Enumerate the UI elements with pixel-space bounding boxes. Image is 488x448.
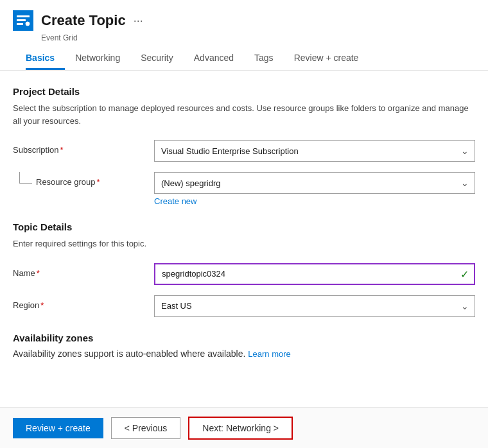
tab-basics[interactable]: Basics (26, 47, 65, 70)
region-label: Region* (13, 295, 154, 310)
subscription-row: Subscription* Visual Studio Enterprise S… (13, 140, 475, 162)
footer-bar: Review + create < Previous Next: Network… (0, 407, 488, 448)
tab-bar: Basics Networking Security Advanced Tags… (13, 47, 475, 70)
create-new-link[interactable]: Create new (154, 196, 196, 206)
svg-rect-0 (17, 15, 30, 17)
page-icon (13, 10, 33, 31)
resource-group-select[interactable]: (New) spegridrg (154, 172, 475, 194)
rg-bracket-decoration (19, 172, 32, 184)
subscription-select[interactable]: Visual Studio Enterprise Subscription (154, 140, 475, 162)
topic-details-title: Topic Details (13, 221, 475, 232)
region-dropdown[interactable]: East US ⌄ (154, 295, 475, 317)
svg-point-3 (26, 22, 30, 26)
review-create-button[interactable]: Review + create (13, 418, 103, 438)
name-row: Name* ✓ (13, 263, 475, 285)
learn-more-link[interactable]: Learn more (248, 349, 290, 359)
input-valid-icon: ✓ (460, 268, 469, 280)
project-details-title: Project Details (13, 86, 475, 97)
page-subtitle: Event Grid (41, 33, 475, 42)
next-button[interactable]: Next: Networking > (188, 417, 293, 440)
topic-details-desc: Enter required settings for this topic. (13, 237, 475, 250)
main-content: Project Details Select the subscription … (0, 71, 488, 394)
svg-rect-1 (17, 19, 26, 21)
subscription-dropdown[interactable]: Visual Studio Enterprise Subscription ⌄ (154, 140, 475, 162)
tab-advanced[interactable]: Advanced (184, 47, 244, 70)
tab-security[interactable]: Security (130, 47, 184, 70)
page-title: Create Topic (41, 12, 126, 29)
name-field-wrapper: ✓ (154, 263, 475, 285)
resource-group-dropdown[interactable]: (New) spegridrg ⌄ (154, 172, 475, 194)
tab-review-create[interactable]: Review + create (284, 47, 369, 70)
region-row: Region* East US ⌄ (13, 295, 475, 317)
name-input[interactable] (154, 263, 475, 285)
svg-rect-2 (17, 23, 23, 25)
availability-title: Availability zones (13, 332, 475, 343)
subscription-label: Subscription* (13, 140, 154, 155)
name-label: Name* (13, 263, 154, 278)
region-select[interactable]: East US (154, 295, 475, 317)
availability-section: Availability zones Availability zones su… (13, 332, 475, 359)
tab-networking[interactable]: Networking (65, 47, 130, 70)
project-details-desc: Select the subscription to manage deploy… (13, 102, 475, 127)
resource-group-row: Resource group* (New) spegridrg ⌄ (13, 172, 475, 194)
tab-tags[interactable]: Tags (244, 47, 284, 70)
previous-button[interactable]: < Previous (111, 417, 181, 439)
more-options-button[interactable]: ··· (134, 14, 143, 28)
resource-group-label: Resource group (36, 177, 96, 187)
availability-desc: Availability zones support is auto-enabl… (13, 349, 245, 359)
